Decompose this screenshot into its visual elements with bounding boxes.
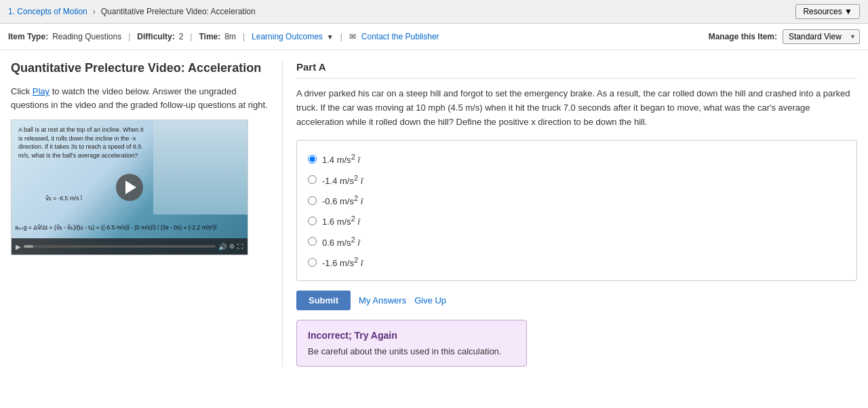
video-text-area: A ball is at rest at the top of an incli…	[12, 120, 153, 165]
radio-3[interactable]	[308, 196, 317, 205]
option-2[interactable]: -1.4 m/s2 î	[308, 170, 846, 190]
video-container: A ball is at rest at the top of an incli…	[11, 119, 248, 255]
manage-label: Manage this Item:	[709, 32, 777, 41]
video-formula: aₐᵥg = Δv̄/Δt = (v̄₂ - v̄₁)/(t₂ - t₁) = …	[15, 224, 216, 231]
option-6[interactable]: -1.6 m/s2 î	[308, 252, 846, 272]
question-text: A driver parked his car on a steep hill …	[296, 87, 857, 129]
instruction-pre: Click	[11, 86, 33, 96]
item-type-value: Reading Questions	[52, 32, 121, 41]
play-icon	[125, 181, 136, 194]
radio-5[interactable]	[308, 237, 317, 246]
graph-area	[153, 120, 248, 215]
resources-button[interactable]: Resources ▼	[795, 4, 860, 19]
radio-1[interactable]	[308, 155, 317, 164]
progress-fill	[24, 245, 33, 248]
option-5-text: 0.6 m/s2 î	[322, 236, 360, 248]
instruction-post: to watch the video below. Answer the ung…	[11, 86, 268, 110]
feedback-box: Incorrect; Try Again Be careful about th…	[296, 320, 527, 367]
settings-ctrl-btn[interactable]: ⚙	[229, 243, 235, 250]
breadcrumb-bar: 1. Concepts of Motion › Quantitative Pre…	[0, 0, 868, 24]
radio-6[interactable]	[308, 258, 317, 267]
option-1-text: 1.4 m/s2 î	[322, 153, 360, 165]
option-5[interactable]: 0.6 m/s2 î	[308, 231, 846, 252]
view-select-wrapper: Standard View Instructor View Student Vi…	[783, 29, 860, 44]
right-panel: Part A A driver parked his car on a stee…	[296, 61, 857, 367]
main-layout: Quantitative Prelecture Video: Accelerat…	[0, 50, 868, 377]
email-icon: ✉	[349, 32, 356, 41]
breadcrumb-parent[interactable]: 1. Concepts of Motion	[8, 7, 87, 16]
video-thumbnail: A ball is at rest at the top of an incli…	[12, 120, 248, 255]
breadcrumb-sep: ›	[93, 7, 96, 16]
play-ctrl-btn[interactable]: ▶	[16, 243, 21, 251]
contact-link[interactable]: Contact the Publisher	[361, 32, 439, 41]
feedback-text: Be careful about the units used in this …	[308, 346, 515, 356]
learning-outcomes-link[interactable]: Learning Outcomes	[252, 32, 323, 41]
play-button[interactable]	[116, 174, 143, 201]
option-4[interactable]: 1.6 m/s2 î	[308, 210, 846, 231]
time-label: Time:	[199, 32, 220, 41]
left-panel: Quantitative Prelecture Video: Accelerat…	[11, 61, 269, 367]
difficulty-label: Difficulty:	[137, 32, 174, 41]
option-3[interactable]: -0.6 m/s2 î	[308, 190, 846, 210]
page-title: Quantitative Prelecture Video: Accelerat…	[11, 61, 269, 75]
radio-4[interactable]	[308, 217, 317, 225]
item-meta-bar: Item Type: Reading Questions | Difficult…	[0, 24, 868, 50]
my-answers-link[interactable]: My Answers	[359, 295, 406, 305]
video-controls: ▶ 🔊 ⚙ ⛶	[12, 238, 248, 255]
progress-bar[interactable]	[24, 245, 216, 248]
sep1: |	[128, 32, 130, 41]
option-1[interactable]: 1.4 m/s2 î	[308, 149, 846, 169]
velocity-label: v̄₂ = -6.5 m/s î	[45, 195, 82, 202]
give-up-link[interactable]: Give Up	[414, 295, 446, 305]
difficulty-value: 2	[179, 32, 184, 41]
time-value: 8m	[224, 32, 236, 41]
volume-icon[interactable]: 🔊	[218, 243, 226, 251]
panel-divider	[282, 61, 283, 367]
play-link[interactable]: Play	[33, 86, 50, 96]
option-4-text: 1.6 m/s2 î	[322, 215, 360, 227]
part-label: Part A	[296, 61, 857, 79]
breadcrumb-right: Resources ▼	[795, 4, 860, 19]
fullscreen-ctrl-btn[interactable]: ⛶	[237, 243, 243, 250]
radio-2[interactable]	[308, 175, 317, 184]
sep4: |	[340, 32, 342, 41]
sep2: |	[190, 32, 192, 41]
option-3-text: -0.6 m/s2 î	[322, 194, 363, 206]
feedback-title: Incorrect; Try Again	[308, 330, 515, 341]
sep3: |	[243, 32, 245, 41]
view-select[interactable]: Standard View Instructor View Student Vi…	[783, 29, 860, 44]
option-6-text: -1.6 m/s2 î	[322, 256, 363, 268]
item-type-label: Item Type:	[8, 32, 48, 41]
submit-button[interactable]: Submit	[296, 291, 351, 310]
answer-box: 1.4 m/s2 î -1.4 m/s2 î -0.6 m/s2 î 1.6 m…	[296, 140, 857, 281]
instructions: Click Play to watch the video below. Ans…	[11, 85, 269, 111]
dropdown-arrow: ▼	[327, 33, 334, 41]
option-2-text: -1.4 m/s2 î	[322, 174, 363, 186]
action-row: Submit My Answers Give Up	[296, 291, 857, 310]
manage-section: Manage this Item: Standard View Instruct…	[709, 29, 860, 44]
breadcrumb-current: Quantitative Prelecture Video: Accelerat…	[101, 7, 256, 16]
